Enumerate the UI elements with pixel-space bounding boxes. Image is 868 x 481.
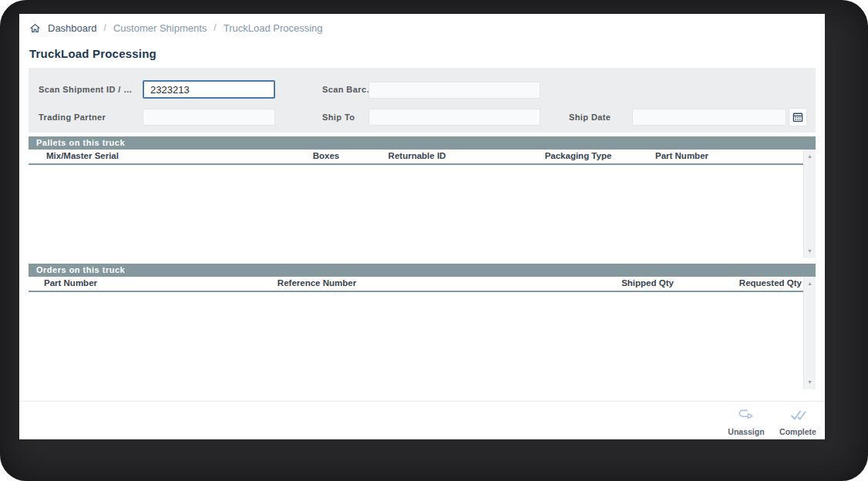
column-header-requested-qty: Requested Qty [739, 278, 802, 288]
calendar-icon[interactable] [789, 108, 807, 126]
bottom-toolbar: Unassign Complete [19, 402, 825, 439]
pallets-table-body [29, 165, 803, 258]
column-header-boxes: Boxes [313, 151, 340, 160]
ship-date-input[interactable] [632, 109, 786, 126]
breadcrumb-item-truckload-processing[interactable]: TruckLoad Processing [224, 22, 323, 34]
trading-partner-label: Trading Partner [39, 113, 106, 122]
scan-shipment-id-label: Scan Shipment ID / … [39, 85, 133, 94]
app-panel: Dashboard / Customer Shipments / TruckLo… [19, 14, 825, 439]
ship-to-input[interactable] [368, 109, 540, 126]
column-header-returnable-id: Returnable ID [389, 151, 446, 160]
scroll-down-icon[interactable]: ▼ [804, 377, 816, 388]
scroll-up-icon[interactable]: ▲ [804, 151, 816, 162]
pallets-section-header: Pallets on this truck [29, 136, 816, 150]
orders-table-header-row: Part Number Reference Number Shipped Qty… [29, 277, 803, 291]
orders-section-header: Orders on this truck [29, 264, 816, 277]
column-header-shipped-qty: Shipped Qty [621, 278, 674, 288]
scan-barcode-label: Scan Barc… [322, 85, 375, 94]
shipment-form: Scan Shipment ID / … Scan Barc… Trading … [29, 68, 816, 133]
breadcrumb-separator: / [104, 22, 106, 33]
column-header-part-number: Part Number [44, 278, 97, 288]
ship-date-label: Ship Date [569, 113, 611, 122]
complete-label: Complete [779, 427, 816, 436]
scroll-down-icon[interactable]: ▼ [804, 246, 816, 257]
column-header-packaging-type: Packaging Type [545, 151, 612, 160]
complete-button[interactable]: Complete [774, 409, 822, 436]
breadcrumb: Dashboard / Customer Shipments / TruckLo… [29, 19, 323, 36]
column-header-part-number: Part Number [655, 151, 708, 160]
scan-shipment-id-input[interactable] [143, 80, 275, 99]
pallets-table-header-row: Mix/Master Serial Boxes Returnable ID Pa… [29, 150, 803, 163]
trading-partner-input[interactable] [143, 109, 275, 126]
page-title: TruckLoad Processing [29, 47, 156, 60]
ship-to-label: Ship To [322, 113, 355, 122]
breadcrumb-item-customer-shipments[interactable]: Customer Shipments [113, 22, 207, 34]
orders-table-body [29, 292, 803, 389]
home-icon[interactable] [29, 22, 41, 34]
unassign-label: Unassign [728, 427, 764, 436]
unassign-icon [738, 409, 755, 425]
window-frame: Dashboard / Customer Shipments / TruckLo… [0, 0, 868, 481]
scan-barcode-input[interactable] [368, 82, 540, 99]
complete-icon [789, 409, 807, 425]
unassign-button[interactable]: Unassign [722, 409, 770, 436]
column-header-reference-number: Reference Number [278, 278, 356, 288]
scroll-up-icon[interactable]: ▲ [804, 278, 816, 289]
pallets-scrollbar[interactable]: ▲ ▼ [803, 150, 816, 258]
breadcrumb-separator: / [214, 22, 216, 33]
breadcrumb-item-dashboard[interactable]: Dashboard [48, 22, 97, 34]
orders-scrollbar[interactable]: ▲ ▼ [803, 277, 816, 389]
column-header-mix-master-serial: Mix/Master Serial [46, 151, 119, 160]
